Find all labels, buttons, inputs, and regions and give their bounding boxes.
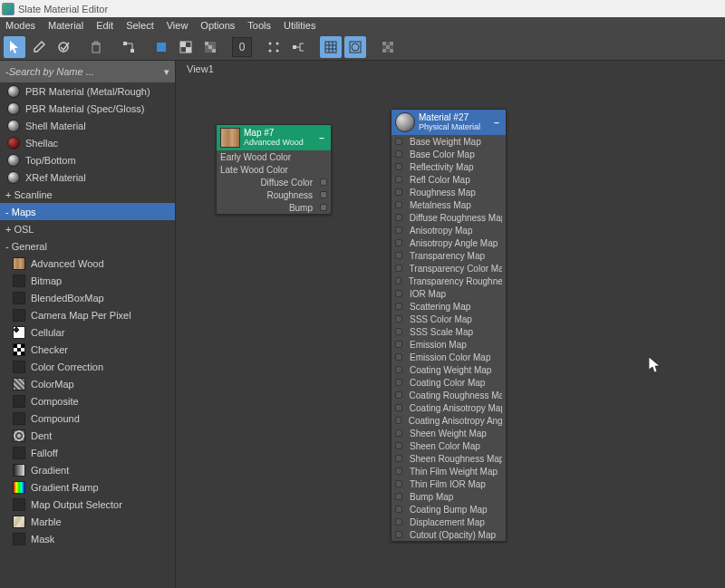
tool-parent-level[interactable]: 0 — [232, 37, 252, 57]
socket-icon[interactable] — [320, 178, 327, 186]
node-output-slot[interactable]: Bump — [217, 201, 331, 214]
socket-icon[interactable] — [395, 391, 402, 399]
socket-icon[interactable] — [395, 518, 402, 525]
osl-header[interactable]: + OSL — [0, 220, 175, 237]
browser-tree[interactable]: PBR Material (Metal/Rough)PBR Material (… — [0, 82, 175, 588]
node-input-slot[interactable]: Coating Roughness Map — [392, 389, 506, 401]
node-input-slot[interactable]: Scattering Map — [392, 300, 506, 313]
socket-icon[interactable] — [395, 353, 402, 361]
map-item[interactable]: Marble — [0, 513, 175, 530]
socket-icon[interactable] — [395, 404, 402, 411]
map-item[interactable]: ColorMap — [0, 375, 175, 392]
socket-icon[interactable] — [395, 493, 402, 500]
tool-layout-all-icon[interactable] — [263, 36, 285, 58]
node-input-slot[interactable]: Base Color Map — [392, 148, 506, 160]
socket-icon[interactable] — [395, 480, 402, 487]
node-input-slot[interactable]: Coating Bump Map — [392, 503, 506, 516]
chevron-down-icon[interactable]: ▾ — [160, 66, 169, 78]
material-item[interactable]: XRef Material — [0, 169, 175, 186]
socket-icon[interactable] — [395, 150, 402, 158]
socket-icon[interactable] — [395, 442, 402, 449]
node-output-slot[interactable]: Diffuse Color — [217, 176, 331, 188]
node-input-slot[interactable]: SSS Color Map — [392, 313, 506, 325]
menu-modes[interactable]: Modes — [5, 20, 35, 31]
socket-icon[interactable] — [395, 138, 402, 145]
node-map7-header[interactable]: Map #7 Advanced Wood – — [217, 125, 331, 150]
node-input-slot[interactable]: SSS Scale Map — [392, 325, 506, 338]
node-material27-collapse-icon[interactable]: – — [491, 118, 502, 128]
node-input-slot[interactable]: Sheen Roughness Map — [392, 452, 506, 465]
socket-icon[interactable] — [395, 252, 402, 259]
socket-icon[interactable] — [395, 379, 402, 386]
node-input-slot[interactable]: Reflectivity Map — [392, 160, 506, 173]
menu-tools[interactable]: Tools — [247, 20, 271, 31]
socket-icon[interactable] — [395, 468, 402, 475]
node-input-slot[interactable]: Cutout (Opacity) Map — [392, 528, 506, 541]
map-item[interactable]: Dent — [0, 427, 175, 444]
tool-layout-children-icon[interactable] — [287, 36, 309, 58]
socket-icon[interactable] — [395, 455, 402, 462]
maps-header[interactable]: - Maps — [0, 203, 175, 220]
node-input-slot[interactable]: Bump Map — [392, 490, 506, 503]
node-output-slot[interactable]: Roughness — [217, 188, 331, 201]
node-input-slot[interactable]: Coating Color Map — [392, 376, 506, 389]
map-item[interactable]: Composite — [0, 392, 175, 410]
node-material27-header[interactable]: Material #27 Physical Material – — [392, 110, 506, 135]
view-tab[interactable]: View1 — [181, 61, 219, 77]
tool-render-preview-icon[interactable] — [344, 36, 366, 58]
socket-icon[interactable] — [320, 191, 327, 198]
map-item[interactable]: Map Output Selector — [0, 496, 175, 513]
tool-grid-icon[interactable] — [320, 36, 342, 58]
menu-select[interactable]: Select — [126, 20, 154, 31]
node-input-slot[interactable]: Sheen Color Map — [392, 439, 506, 452]
socket-icon[interactable] — [395, 239, 402, 246]
menu-utilities[interactable]: Utilities — [284, 20, 315, 31]
node-canvas[interactable]: View1 Map #7 Advanced Wood – Early Wood … — [176, 61, 725, 588]
tool-checker-bg-icon[interactable] — [377, 36, 399, 58]
tool-hide-unused-icon[interactable] — [150, 36, 172, 58]
map-item[interactable]: Checker — [0, 341, 175, 358]
socket-icon[interactable] — [395, 303, 402, 310]
socket-icon[interactable] — [395, 265, 402, 272]
map-item[interactable]: Cellular — [0, 323, 175, 341]
node-input-slot[interactable]: Metalness Map — [392, 198, 506, 211]
socket-icon[interactable] — [395, 201, 402, 208]
node-input-slot[interactable]: Emission Color Map — [392, 351, 506, 363]
map-item[interactable]: Bitmap — [0, 272, 175, 289]
map-item[interactable]: Gradient — [0, 461, 175, 478]
node-input-slot[interactable]: Refl Color Map — [392, 173, 506, 186]
socket-icon[interactable] — [320, 204, 327, 211]
socket-icon[interactable] — [395, 188, 402, 196]
node-input-slot[interactable]: Anisotropy Map — [392, 224, 506, 236]
map-item[interactable]: Falloff — [0, 444, 175, 461]
tool-move-children-icon[interactable] — [118, 36, 140, 58]
node-input-slot[interactable]: Roughness Map — [392, 186, 506, 198]
tool-select-arrow[interactable] — [4, 36, 25, 58]
search-bar[interactable]: - ▾ — [0, 61, 175, 82]
tool-show-map-icon[interactable] — [175, 36, 197, 58]
socket-icon[interactable] — [395, 366, 402, 373]
socket-icon[interactable] — [395, 214, 402, 221]
socket-icon[interactable] — [395, 163, 402, 170]
tool-show-end-result-icon[interactable] — [199, 36, 221, 58]
map-item[interactable]: Advanced Wood — [0, 255, 175, 272]
node-input-slot[interactable]: Late Wood Color — [217, 163, 331, 176]
node-input-slot[interactable]: Diffuse Roughness Map — [392, 211, 506, 224]
material-item[interactable]: PBR Material (Spec/Gloss) — [0, 100, 175, 117]
menu-material[interactable]: Material — [48, 20, 83, 31]
socket-icon[interactable] — [395, 290, 402, 297]
tool-eyedropper[interactable] — [28, 36, 50, 58]
socket-icon[interactable] — [395, 277, 401, 284]
node-input-slot[interactable]: Displacement Map — [392, 516, 506, 528]
node-map7[interactable]: Map #7 Advanced Wood – Early Wood ColorL… — [216, 124, 332, 215]
socket-icon[interactable] — [395, 341, 402, 348]
menu-edit[interactable]: Edit — [96, 20, 113, 31]
node-input-slot[interactable]: Thin Film Weight Map — [392, 465, 506, 477]
search-input[interactable] — [9, 66, 160, 77]
node-input-slot[interactable]: Base Weight Map — [392, 135, 506, 148]
general-header[interactable]: - General — [0, 237, 175, 255]
node-input-slot[interactable]: Coating Weight Map — [392, 363, 506, 376]
node-input-slot[interactable]: Emission Map — [392, 338, 506, 351]
node-map7-collapse-icon[interactable]: – — [316, 133, 327, 143]
node-input-slot[interactable]: Coating Anisotropy Angle M... — [392, 414, 506, 427]
